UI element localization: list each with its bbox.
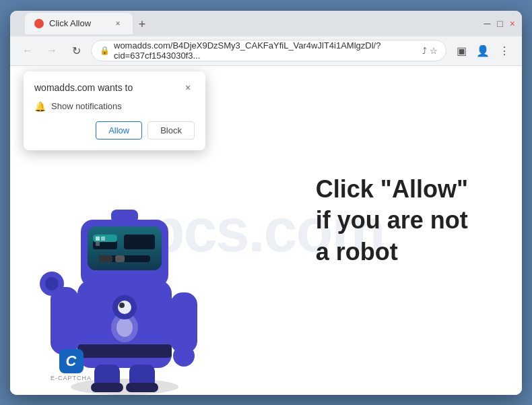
svg-rect-17 — [115, 255, 125, 262]
popup-header: womadds.com wants to × — [34, 81, 195, 94]
nav-right-controls: ▣ 👤 ⋮ — [452, 41, 514, 60]
popup-permission: 🔔 Show notifications — [34, 101, 195, 112]
back-button[interactable]: ← — [18, 41, 37, 60]
captcha-c-logo: C — [59, 349, 84, 373]
svg-point-4 — [117, 318, 133, 337]
tab-title: Click Allow — [49, 18, 91, 28]
svg-rect-21 — [170, 292, 197, 353]
menu-button[interactable]: ⋮ — [495, 41, 514, 60]
bell-icon: 🔔 — [34, 101, 46, 112]
tab-close-button[interactable]: × — [112, 18, 123, 29]
refresh-button[interactable]: ↻ — [67, 41, 86, 60]
popup-buttons: Allow Block — [34, 121, 195, 139]
tab-manager-button[interactable]: ▣ — [452, 41, 471, 60]
minimize-button[interactable]: ─ — [484, 18, 490, 29]
svg-rect-6 — [111, 210, 138, 223]
svg-rect-25 — [91, 383, 123, 392]
popup-title: womadds.com wants to — [34, 82, 133, 93]
page-main-text: Click "Allow" if you are not a robot — [316, 173, 468, 268]
svg-point-28 — [118, 301, 131, 314]
tab-bar: Click Allow × + — [22, 13, 478, 34]
share-icon[interactable]: ⤴ — [422, 46, 427, 56]
svg-point-29 — [119, 303, 125, 308]
close-window-button[interactable]: × — [510, 18, 515, 29]
page-text-line2: if you are not — [316, 205, 468, 237]
svg-rect-16 — [99, 255, 112, 262]
svg-rect-13 — [101, 237, 105, 241]
maximize-button[interactable]: □ — [497, 18, 502, 29]
title-bar-controls: ─ □ × — [484, 18, 515, 29]
bookmark-icon[interactable]: ☆ — [430, 46, 438, 56]
block-button[interactable]: Block — [147, 121, 195, 139]
lock-icon: 🔒 — [100, 46, 110, 55]
allow-button[interactable]: Allow — [96, 121, 142, 139]
profile-button[interactable]: 👤 — [473, 41, 492, 60]
captcha-label: E-CAPTCHA — [51, 375, 92, 381]
new-tab-button[interactable]: + — [133, 15, 152, 34]
address-bar[interactable]: 🔒 womadds.com/B4DjeX9DzSMy3_CAKFaYfiL_Va… — [91, 40, 446, 61]
svg-rect-11 — [124, 235, 155, 249]
forward-button[interactable]: → — [42, 41, 61, 60]
notification-popup: womadds.com wants to × 🔔 Show notificati… — [24, 71, 205, 150]
page-text-line3: a robot — [316, 237, 468, 268]
address-bar-actions: ⤴ ☆ — [422, 46, 438, 56]
permission-text: Show notifications — [51, 101, 122, 111]
active-tab[interactable]: Click Allow × — [25, 13, 133, 34]
url-text: womadds.com/B4DjeX9DzSMy3_CAKFaYfiL_Var4… — [114, 40, 418, 61]
svg-rect-14 — [96, 242, 100, 246]
browser-window: Click Allow × + ─ □ × ← → ↻ 🔒 womadds.co… — [10, 11, 522, 395]
svg-rect-12 — [96, 237, 100, 241]
title-bar: Click Allow × + ─ □ × — [10, 11, 522, 36]
popup-close-button[interactable]: × — [181, 81, 195, 94]
page-text-line1: Click "Allow" — [316, 173, 468, 205]
navigation-bar: ← → ↻ 🔒 womadds.com/B4DjeX9DzSMy3_CAKFaY… — [10, 36, 522, 66]
captcha-logo: C E-CAPTCHA — [51, 349, 92, 381]
svg-point-20 — [45, 277, 59, 290]
tab-favicon — [34, 19, 44, 28]
content-area: womadds.com wants to × 🔔 Show notificati… — [10, 66, 522, 395]
svg-point-22 — [173, 345, 195, 367]
svg-rect-26 — [126, 383, 158, 392]
svg-rect-18 — [51, 287, 79, 354]
